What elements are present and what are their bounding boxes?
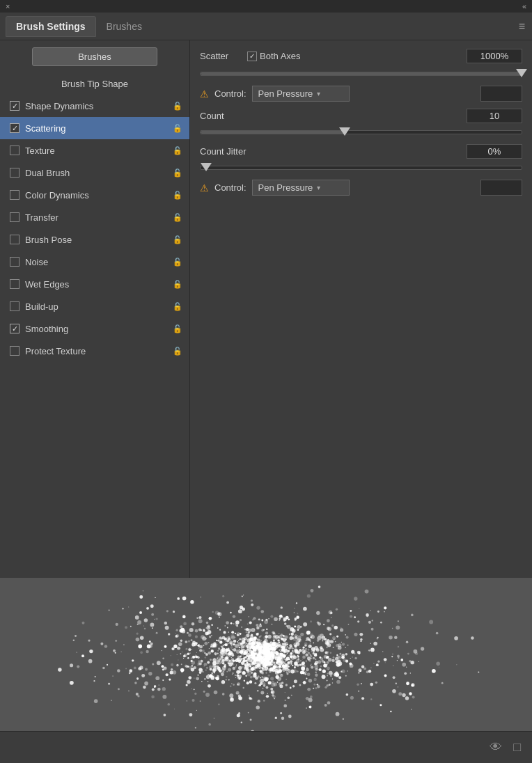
svg-point-1452	[283, 635, 285, 637]
lock-icon-smoothing[interactable]: 🔓	[173, 324, 182, 333]
checkbox-smoothing[interactable]	[10, 324, 19, 333]
checkbox-transfer[interactable]	[10, 212, 19, 222]
sidebar-item-noise[interactable]: Noise 🔓	[0, 251, 189, 273]
svg-point-1939	[251, 652, 253, 654]
lock-icon-transfer[interactable]: 🔓	[173, 213, 182, 222]
svg-point-1585	[122, 608, 124, 610]
sidebar-item-texture[interactable]: Texture 🔓	[0, 139, 189, 162]
svg-point-1853	[253, 650, 255, 651]
svg-point-1646	[272, 643, 276, 646]
svg-point-912	[254, 682, 256, 684]
lock-icon-scattering[interactable]: 🔓	[173, 124, 182, 133]
sidebar-item-protect-texture[interactable]: Protect Texture 🔓	[0, 340, 189, 362]
collapse-icon[interactable]: «	[522, 2, 526, 10]
svg-point-1655	[263, 684, 265, 686]
lock-icon-brush-pose[interactable]: 🔓	[173, 235, 182, 244]
panel-menu-icon[interactable]: ≡	[519, 20, 525, 33]
checkbox-protect-texture[interactable]	[10, 346, 19, 356]
svg-point-56	[315, 674, 318, 677]
lock-icon-texture[interactable]: 🔓	[173, 146, 182, 155]
svg-point-1515	[226, 601, 229, 604]
lock-icon-protect-texture[interactable]: 🔓	[173, 347, 182, 356]
svg-point-1429	[259, 624, 262, 627]
count-jitter-slider[interactable]	[200, 162, 522, 174]
count-jitter-slider-thumb[interactable]	[201, 163, 212, 171]
svg-point-1527	[306, 707, 307, 709]
svg-point-115	[307, 594, 311, 597]
scatter-dropdown-value: Pen Pressure	[258, 88, 313, 99]
sidebar-item-color-dynamics[interactable]: Color Dynamics 🔓	[0, 184, 189, 206]
both-axes-checkbox[interactable]	[247, 52, 257, 61]
scatter-value-input[interactable]	[467, 49, 522, 63]
svg-point-229	[196, 710, 197, 711]
count-jitter-control-dropdown[interactable]: Pen Pressure ▾	[252, 180, 350, 196]
sidebar-item-wet-edges[interactable]: Wet Edges 🔓	[0, 273, 189, 295]
svg-point-768	[222, 662, 224, 664]
tab-brushes[interactable]: Brushes	[96, 16, 152, 37]
lock-icon-build-up[interactable]: 🔓	[173, 302, 182, 311]
svg-point-1442	[196, 618, 198, 620]
count-slider-thumb[interactable]	[339, 127, 350, 136]
checkbox-color-dynamics[interactable]	[10, 190, 19, 200]
lock-icon-color-dynamics[interactable]: 🔓	[173, 191, 182, 200]
count-jitter-control-value-box[interactable]	[480, 180, 522, 196]
checkbox-build-up[interactable]	[10, 301, 19, 311]
count-jitter-value-input[interactable]	[467, 144, 522, 159]
svg-point-111	[300, 626, 302, 628]
svg-point-397	[279, 634, 279, 634]
count-value-input[interactable]	[467, 109, 522, 123]
checkbox-brush-pose[interactable]	[10, 235, 19, 244]
sidebar-item-transfer[interactable]: Transfer 🔓	[0, 206, 189, 228]
sidebar-item-brush-pose[interactable]: Brush Pose 🔓	[0, 228, 189, 251]
both-axes-checkbox-group[interactable]: Both Axes	[247, 51, 301, 61]
svg-point-455	[198, 628, 201, 631]
svg-point-1109	[310, 645, 311, 647]
svg-point-1933	[230, 612, 231, 613]
checkbox-noise[interactable]	[10, 257, 19, 267]
sidebar-item-dual-brush[interactable]: Dual Brush 🔓	[0, 162, 189, 184]
sidebar-item-shape-dynamics[interactable]: Shape Dynamics 🔓	[0, 95, 189, 117]
checkbox-wet-edges[interactable]	[10, 279, 19, 289]
svg-point-1284	[256, 638, 258, 640]
svg-point-461	[258, 618, 260, 620]
sidebar-item-build-up[interactable]: Build-up 🔓	[0, 295, 189, 317]
scatter-control-value-box[interactable]	[480, 86, 522, 102]
checkbox-texture[interactable]	[10, 145, 19, 155]
svg-point-1850	[185, 640, 187, 643]
svg-point-1565	[282, 617, 283, 618]
svg-point-831	[286, 672, 288, 675]
brushes-button[interactable]: Brushes	[32, 47, 157, 66]
svg-point-1795	[244, 656, 247, 658]
svg-point-1576	[195, 629, 198, 633]
svg-point-1955	[283, 705, 287, 708]
svg-point-1949	[263, 651, 264, 652]
svg-point-1419	[295, 664, 297, 667]
lock-icon-noise[interactable]: 🔓	[173, 258, 182, 267]
close-icon[interactable]: ×	[6, 2, 10, 10]
lock-icon-shape-dynamics[interactable]: 🔓	[173, 102, 182, 111]
lock-icon-wet-edges[interactable]: 🔓	[173, 280, 182, 289]
svg-point-214	[144, 628, 146, 630]
svg-point-1504	[117, 669, 120, 672]
checkbox-dual-brush[interactable]	[10, 168, 19, 178]
lock-icon-dual-brush[interactable]: 🔓	[173, 168, 182, 178]
sidebar-item-smoothing[interactable]: Smoothing 🔓	[0, 317, 189, 340]
new-brush-icon[interactable]: □	[513, 740, 521, 755]
svg-point-354	[354, 633, 357, 636]
eye-icon[interactable]: 👁	[490, 740, 502, 755]
svg-point-1291	[164, 622, 168, 625]
scatter-control-dropdown[interactable]: Pen Pressure ▾	[252, 86, 350, 102]
svg-point-1026	[206, 667, 208, 669]
checkbox-shape-dynamics[interactable]	[10, 101, 19, 111]
scatter-slider[interactable]	[200, 68, 522, 80]
checkbox-scattering[interactable]	[10, 123, 19, 133]
main-content: Brushes Brush Tip Shape Shape Dynamics 🔓…	[0, 40, 532, 578]
tab-brush-settings[interactable]: Brush Settings	[6, 16, 96, 37]
svg-point-1271	[384, 675, 387, 677]
svg-point-2000	[237, 656, 241, 659]
svg-point-1156	[162, 668, 164, 670]
sidebar-item-scattering[interactable]: Scattering 🔓	[0, 117, 189, 139]
scatter-slider-thumb[interactable]	[516, 69, 527, 77]
count-slider[interactable]	[200, 126, 522, 139]
svg-point-1990	[290, 660, 292, 663]
